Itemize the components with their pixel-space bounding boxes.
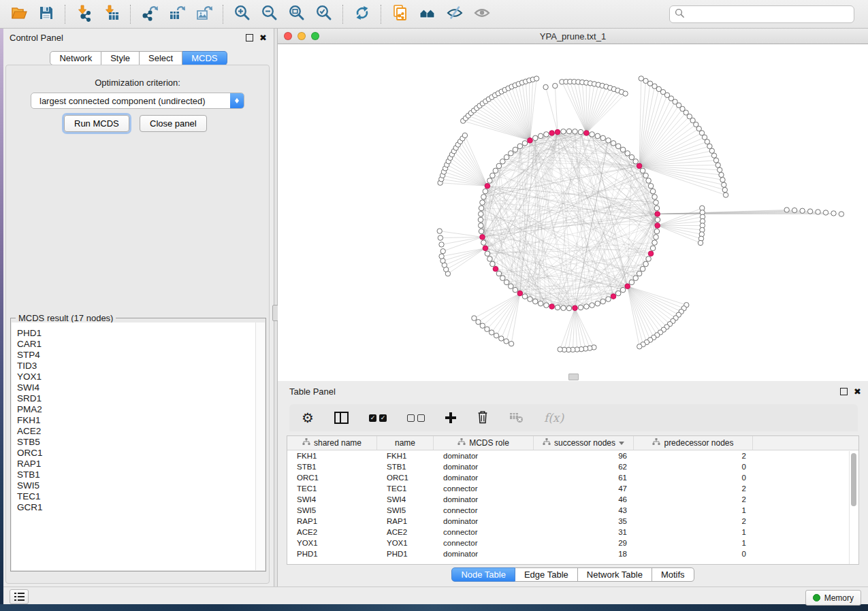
toolbar-import-network-button[interactable] (74, 2, 95, 26)
tab-style[interactable]: Style (101, 51, 140, 65)
delete-row-button[interactable] (475, 408, 490, 427)
tab-edge-table[interactable]: Edge Table (515, 567, 578, 582)
table-row[interactable]: PHD1 PHD1 dominator 18 0 (287, 548, 858, 559)
close-panel-icon[interactable]: ✖ (259, 33, 267, 42)
show-details-icon (473, 4, 491, 24)
result-node-item[interactable]: CAR1 (17, 339, 256, 350)
column-header-name[interactable]: name (377, 436, 434, 450)
table-row[interactable]: SWI4 SWI4 dominator 46 2 (287, 494, 858, 505)
toolbar-zoom-in-button[interactable] (231, 2, 253, 26)
result-node-item[interactable]: SWI5 (17, 480, 256, 491)
table-toolbar: ⚙✓✓f(x) (289, 404, 858, 431)
select-stepper-icon (230, 93, 244, 108)
result-node-item[interactable]: STP4 (17, 350, 256, 361)
criterion-select[interactable]: largest connected component (undirected) (31, 93, 244, 109)
tab-motifs[interactable]: Motifs (652, 567, 694, 582)
column-header-filler (753, 436, 858, 450)
toolbar-export-table-button[interactable] (166, 2, 188, 26)
toolbar-import-table-button[interactable] (101, 2, 123, 26)
gear-icon: ⚙ (302, 411, 314, 425)
desktop-wallpaper-bottom (0, 604, 868, 611)
network-canvas[interactable] (278, 44, 868, 382)
result-node-item[interactable]: STB5 (17, 437, 256, 448)
result-node-item[interactable]: SWI4 (17, 382, 256, 393)
mcds-result-title: MCDS result (17 nodes) (16, 313, 116, 323)
search-input[interactable] (688, 9, 854, 20)
toolbar-open-file-button[interactable] (8, 2, 30, 26)
table-row[interactable]: STB1 STB1 dominator 62 0 (287, 461, 858, 472)
column-header-successor-nodes[interactable]: successor nodes (534, 436, 634, 450)
column-settings-button[interactable]: ⚙ (300, 410, 315, 426)
toolbar-zoom-out-button[interactable] (259, 2, 280, 26)
toolbar-show-details-button[interactable] (471, 2, 493, 26)
task-list-button[interactable] (10, 589, 29, 604)
toolbar-refresh-layout-button[interactable] (351, 2, 373, 26)
result-node-item[interactable]: TID3 (17, 361, 256, 371)
column-header-MCDS-role[interactable]: MCDS role (434, 436, 534, 450)
result-node-item[interactable]: PHD1 (17, 328, 256, 339)
tab-node-table[interactable]: Node Table (451, 567, 515, 582)
search-icon (675, 8, 685, 21)
table-row[interactable]: YOX1 YOX1 connector 29 1 (287, 538, 858, 548)
shared-column-icon (302, 438, 310, 448)
table-row[interactable]: FKH1 FKH1 dominator 96 2 (287, 450, 858, 461)
result-node-item[interactable]: SRD1 (17, 393, 256, 404)
result-node-item[interactable]: STB1 (17, 469, 256, 480)
column-header-shared-name[interactable]: shared name (287, 436, 377, 450)
import-network-icon (76, 4, 93, 24)
toolbar-zoom-selected-button[interactable] (313, 2, 335, 26)
network-titlebar: YPA_prune.txt_1 (278, 29, 868, 44)
float-panel-icon[interactable] (246, 34, 253, 42)
result-node-item[interactable]: PMA2 (17, 404, 256, 415)
result-scrollbar[interactable] (255, 323, 265, 570)
memory-button[interactable]: Memory (805, 590, 861, 606)
toolbar-share-document-button[interactable] (389, 2, 411, 26)
toolbar-zoom-fit-button[interactable] (286, 2, 308, 26)
tab-network-table[interactable]: Network Table (578, 567, 652, 582)
toolbar-save-session-button[interactable] (35, 2, 57, 26)
close-table-panel-icon[interactable]: ✖ (854, 387, 861, 396)
trash-icon (477, 410, 489, 426)
result-node-item[interactable]: ORC1 (17, 448, 256, 459)
mcds-result-list[interactable]: PHD1CAR1STP4TID3YOX1SWI4SRD1PMA2FKH1ACE2… (12, 323, 256, 570)
add-row-button[interactable] (444, 411, 457, 425)
table-row[interactable]: SWI5 SWI5 connector 43 1 (287, 505, 858, 516)
close-panel-button[interactable]: Close panel (140, 115, 207, 132)
result-node-item[interactable]: FKH1 (17, 415, 256, 426)
table-row[interactable]: ORC1 ORC1 dominator 61 0 (287, 472, 858, 483)
float-table-panel-icon[interactable] (840, 388, 848, 395)
export-table-icon (168, 4, 186, 24)
toolbar-icon-group (0, 2, 496, 26)
split-panel-icon (334, 412, 349, 424)
table-scrollbar[interactable] (849, 451, 858, 564)
result-node-item[interactable]: RAP1 (17, 459, 256, 469)
select-all-button[interactable]: ✓✓ (368, 413, 388, 423)
result-node-item[interactable]: ACE2 (17, 426, 256, 437)
result-node-item[interactable]: YOX1 (17, 371, 256, 382)
table-row[interactable]: RAP1 RAP1 dominator 35 2 (287, 516, 858, 527)
tab-network[interactable]: Network (50, 51, 101, 65)
save-session-icon (37, 4, 55, 24)
tab-mcds[interactable]: MCDS (182, 51, 227, 65)
horizontal-splitter-handle[interactable] (568, 374, 579, 380)
toolbar-export-image-button[interactable] (193, 2, 215, 26)
zoom-in-icon (234, 4, 251, 24)
tab-select[interactable]: Select (140, 51, 182, 65)
home-networks-icon (419, 4, 436, 24)
shared-column-icon (543, 438, 551, 448)
toolbar-home-networks-button[interactable] (417, 2, 438, 26)
run-mcds-button[interactable]: Run MCDS (64, 115, 129, 132)
list-icon (14, 593, 16, 601)
deselect-all-button[interactable] (406, 413, 426, 423)
split-panel-button[interactable] (333, 410, 350, 425)
toolbar-export-network-button[interactable] (139, 2, 161, 26)
select-all-icon: ✓✓ (369, 414, 387, 422)
delete-table-icon (509, 411, 524, 425)
result-node-item[interactable]: TEC1 (17, 491, 256, 502)
result-node-item[interactable]: GCR1 (17, 502, 256, 513)
column-header-predecessor-nodes[interactable]: predecessor nodes (634, 436, 753, 450)
table-row[interactable]: ACE2 ACE2 connector 31 1 (287, 527, 858, 538)
toolbar-hide-details-button[interactable] (444, 2, 466, 26)
table-scrollbar-thumb[interactable] (851, 453, 856, 506)
table-row[interactable]: TEC1 TEC1 connector 47 2 (287, 483, 858, 494)
